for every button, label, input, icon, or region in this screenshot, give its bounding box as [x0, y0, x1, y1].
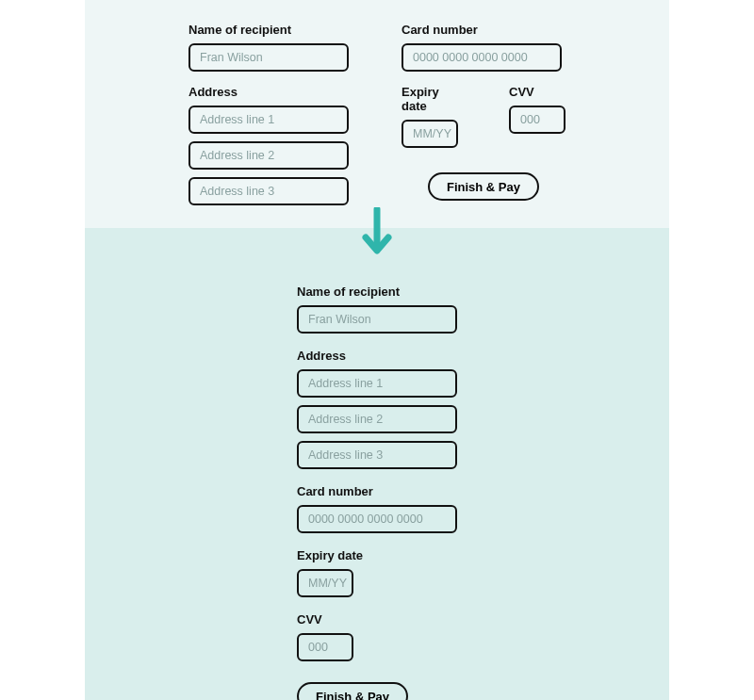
address-line-2-input[interactable]: Address line 2 — [297, 405, 457, 433]
card-number-label: Card number — [402, 23, 566, 37]
address-line-3-input[interactable]: Address line 3 — [297, 441, 457, 469]
arrow-down-icon — [361, 207, 393, 258]
address-label: Address — [297, 349, 457, 363]
card-number-input[interactable]: 0000 0000 0000 0000 — [297, 505, 457, 533]
card-number-input[interactable]: 0000 0000 0000 0000 — [402, 43, 562, 72]
cvv-label: CVV — [297, 612, 457, 627]
cvv-input[interactable]: 000 — [509, 106, 566, 134]
recipient-label: Name of recipient — [297, 285, 457, 299]
cvv-input[interactable]: 000 — [297, 633, 353, 661]
expiry-input[interactable]: MM/YY — [402, 120, 458, 148]
form-single-column: Name of recipient Fran Wilson Address Ad… — [85, 228, 669, 700]
address-line-2-input[interactable]: Address line 2 — [188, 141, 349, 170]
finish-pay-button[interactable]: Finish & Pay — [428, 172, 539, 201]
finish-pay-button[interactable]: Finish & Pay — [297, 682, 408, 700]
form-two-column: Name of recipient Fran Wilson Address Ad… — [85, 0, 669, 228]
expiry-input[interactable]: MM/YY — [297, 569, 353, 597]
address-label: Address — [188, 85, 349, 99]
cvv-label: CVV — [509, 85, 566, 99]
recipient-label: Name of recipient — [188, 23, 349, 37]
address-line-3-input[interactable]: Address line 3 — [188, 177, 349, 205]
expiry-label: Expiry date — [297, 548, 457, 562]
recipient-input[interactable]: Fran Wilson — [297, 305, 457, 334]
expiry-label: Expiry date — [402, 85, 467, 113]
card-number-label: Card number — [297, 484, 457, 498]
address-line-1-input[interactable]: Address line 1 — [188, 106, 349, 134]
recipient-input[interactable]: Fran Wilson — [188, 43, 349, 72]
address-line-1-input[interactable]: Address line 1 — [297, 369, 457, 398]
